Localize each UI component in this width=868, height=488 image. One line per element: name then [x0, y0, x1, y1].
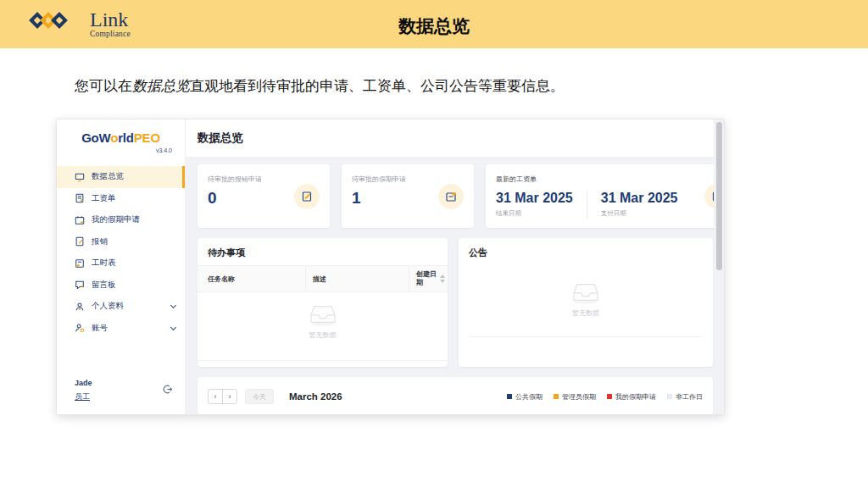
announcements-empty-state: 暂无数据 — [459, 280, 713, 318]
sidebar-item-my-leave-requests[interactable]: 我的假期申请 — [57, 209, 185, 231]
payslip-icon — [75, 193, 85, 203]
profile-icon — [75, 302, 85, 312]
today-button[interactable]: 今天 — [245, 389, 274, 404]
announcements-title: 公告 — [459, 238, 713, 265]
logo-seg: PEO — [134, 130, 160, 145]
sidebar-item-label: 账号 — [92, 323, 108, 334]
dashboard-header: 数据总览 — [186, 119, 724, 158]
column-description: 描述 — [306, 266, 409, 291]
message-board-icon — [75, 280, 85, 290]
calendar-next-button[interactable]: › — [222, 389, 237, 404]
logo-seg: rld — [118, 130, 134, 145]
sidebar-item-reimbursement[interactable]: 报销 — [57, 231, 185, 253]
divider — [198, 360, 448, 361]
sidebar-item-profile[interactable]: 个人资料 — [57, 296, 185, 318]
user-block: Jade 员工 — [75, 379, 175, 402]
slide: Link Compliance 数据总览 您可以在数据总览直观地看到待审批的申请… — [0, 0, 868, 488]
calendar-legend: 公共假期 管理员假期 我的假期申请 — [507, 392, 703, 402]
todo-panel: 待办事项 任务名称 描述 创建日期 — [198, 238, 448, 367]
chevron-left-icon: ‹ — [214, 392, 217, 401]
scrollbar-thumb[interactable] — [716, 122, 722, 270]
legend-admin-holiday: 管理员假期 — [554, 392, 596, 402]
timesheet-icon — [75, 258, 85, 269]
column-created-date: 创建日期 — [409, 270, 448, 288]
sidebar-item-account[interactable]: 账号 — [57, 318, 185, 340]
card-label: 待审批的假期申请 — [342, 164, 474, 184]
legend-swatch — [554, 394, 559, 399]
logout-icon[interactable] — [162, 384, 173, 395]
intro-prefix: 您可以在 — [75, 78, 132, 94]
intro-suffix: 直观地看到待审批的申请、工资单、公司公告等重要信息。 — [190, 78, 565, 94]
announcements-panel: 公告 暂无数据 — [459, 238, 713, 367]
divider — [469, 336, 703, 337]
legend-label: 我的假期申请 — [615, 392, 656, 402]
latest-payslip-card[interactable]: 最新的工资单 31 Mar 2025 结束日期 31 Mar 2025 支付日期 — [486, 164, 715, 228]
leave-request-icon — [75, 215, 85, 225]
date-caption: 结束日期 — [496, 209, 573, 218]
sidebar-item-payslip[interactable]: 工资单 — [57, 188, 185, 210]
sort-icon[interactable] — [440, 274, 445, 283]
card-label: 最新的工资单 — [486, 164, 715, 184]
dashboard-page-title: 数据总览 — [198, 130, 243, 146]
todo-empty-state: 暂无数据 — [198, 302, 448, 340]
sidebar-nav: 数据总览 工资单 我的假期申请 — [57, 166, 185, 339]
sidebar-item-label: 工资单 — [92, 193, 116, 204]
pending-reimbursement-card[interactable]: 待审批的报销申请 0 — [198, 164, 330, 228]
calendar-month-label: March 2026 — [289, 391, 342, 402]
todo-title: 待办事项 — [198, 238, 448, 265]
sidebar-item-label: 工时表 — [92, 258, 116, 269]
chevron-down-icon — [170, 324, 176, 330]
chevron-right-icon: › — [229, 392, 231, 401]
legend-swatch — [667, 394, 672, 399]
divider — [587, 191, 587, 219]
version-label: v3.4.0 — [57, 147, 185, 153]
leave-pending-icon — [438, 184, 464, 209]
card-label: 待审批的报销申请 — [198, 164, 330, 184]
sidebar-item-label: 个人资料 — [92, 301, 124, 312]
legend-label: 公共假期 — [515, 392, 542, 402]
legend-my-leave-request: 我的假期申请 — [607, 392, 656, 402]
logo-seg: W — [99, 130, 111, 145]
slide-title: 数据总览 — [0, 14, 868, 38]
payslip-pay-date: 31 Mar 2025 支付日期 — [591, 191, 678, 218]
reimbursement-pending-icon — [294, 184, 320, 209]
sidebar-item-message-board[interactable]: 留言板 — [57, 274, 185, 297]
date-caption: 支付日期 — [601, 209, 678, 218]
column-label: 创建日期 — [416, 270, 437, 288]
empty-text: 暂无数据 — [572, 308, 599, 318]
sidebar-item-label: 我的假期申请 — [92, 214, 140, 225]
date-value: 31 Mar 2025 — [601, 191, 678, 206]
chevron-down-icon — [170, 302, 176, 308]
intro-text: 您可以在数据总览直观地看到待审批的申请、工资单、公司公告等重要信息。 — [75, 76, 565, 96]
dashboard-screenshot: GoWorldPEO v3.4.0 数据总览 工资单 — [56, 119, 725, 415]
intro-emphasis: 数据总览 — [132, 78, 190, 94]
legend-label: 非工作日 — [676, 392, 703, 402]
calendar-panel: ‹ › 今天 March 2026 公共假期 管理员假期 — [198, 377, 713, 415]
account-icon — [75, 323, 85, 333]
empty-inbox-icon — [570, 280, 602, 304]
dashboard-main: 数据总览 待审批的报销申请 0 待审批的假期申请 1 — [186, 119, 724, 414]
sidebar-item-data-overview[interactable]: 数据总览 — [57, 166, 185, 188]
column-task-name: 任务名称 — [198, 266, 306, 291]
dashboard-icon — [75, 172, 85, 182]
scrollbar-track[interactable] — [714, 119, 724, 414]
calendar-prev-button[interactable]: ‹ — [208, 389, 223, 404]
payslip-end-date: 31 Mar 2025 结束日期 — [486, 191, 573, 218]
reimbursement-icon — [75, 236, 85, 247]
user-name: Jade — [75, 379, 175, 387]
sidebar-item-label: 留言板 — [92, 280, 116, 291]
legend-swatch — [607, 394, 612, 399]
goworldpeo-logo: GoWorldPEO — [57, 130, 185, 145]
todo-table-header: 任务名称 描述 创建日期 — [198, 265, 448, 292]
empty-text: 暂无数据 — [309, 330, 337, 340]
legend-swatch — [507, 394, 512, 399]
legend-label: 管理员假期 — [562, 392, 596, 402]
pending-leave-card[interactable]: 待审批的假期申请 1 — [342, 164, 474, 228]
empty-inbox-icon — [307, 302, 339, 326]
logo-seg: Go — [81, 130, 98, 145]
legend-non-working-day: 非工作日 — [667, 392, 703, 402]
user-role: 员工 — [75, 391, 90, 402]
sidebar-item-label: 报销 — [92, 236, 108, 247]
sidebar-item-timesheet[interactable]: 工时表 — [57, 252, 185, 274]
legend-public-holiday: 公共假期 — [507, 392, 542, 402]
